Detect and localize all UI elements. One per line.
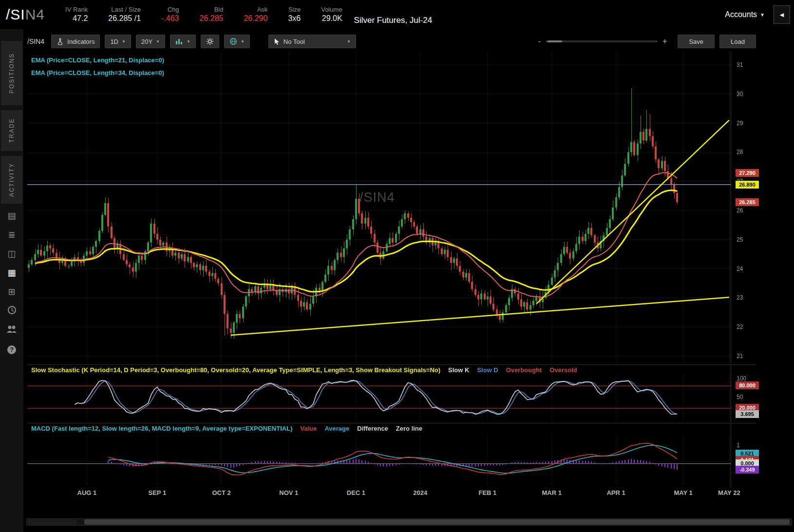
timeframe-dropdown[interactable]: 1D ▼ <box>105 35 131 48</box>
accounts-label: Accounts <box>725 10 757 19</box>
sidebar-tab-activity[interactable]: ACTIVITY <box>1 156 22 204</box>
watchlist-icon[interactable]: ≣ <box>6 229 18 240</box>
activity-tab-label: ACTIVITY <box>8 163 15 197</box>
x-axis-label: AUG 1 <box>77 489 97 496</box>
chart-panel: /SIN4 Indicators 1D ▼ 20Y ▼ ▼ <box>23 29 794 532</box>
zoom-slider-thumb[interactable] <box>548 40 562 42</box>
price-axis-badge: 26.285 <box>736 198 759 206</box>
ema34-study-label: EMA (Price=CLOSE, Length=34, Displace=0) <box>31 69 164 76</box>
zoom-in-button[interactable]: + <box>662 37 667 46</box>
positions-tab-label: POSITIONS <box>8 53 15 93</box>
symbol-suffix: N4 <box>25 6 45 22</box>
sidebar-tab-trade[interactable]: TRADE <box>1 110 22 151</box>
iv-rank-field: IV Rank 47.2 <box>65 6 88 23</box>
community-people-icon[interactable] <box>6 324 18 335</box>
drawing-tool-dropdown[interactable]: No Tool ▼ <box>268 35 356 48</box>
x-axis-label: MAR 1 <box>542 489 561 496</box>
chevron-down-icon: ▼ <box>347 39 351 44</box>
price-axis-badge: 27.290 <box>736 169 759 177</box>
size-value: 3x6 <box>288 14 301 23</box>
zoom-out-button[interactable]: - <box>538 37 541 46</box>
symbol-logo: /SIN4 <box>6 6 45 23</box>
globe-view-dropdown[interactable]: ▼ <box>224 35 250 48</box>
stochastic-axis-badge: 80.000 <box>736 381 759 389</box>
sidebar-tab-positions[interactable]: POSITIONS <box>1 41 22 105</box>
collapse-panel-button[interactable]: ◀ <box>774 5 790 24</box>
stochastic-study-label: Slow Stochastic (K Period=14, D Period=3… <box>31 366 577 374</box>
monitor-icon[interactable]: ▤ <box>6 210 18 221</box>
bid-label: Bid <box>214 6 224 14</box>
range-dropdown[interactable]: 20Y ▼ <box>136 35 165 48</box>
x-axis-label: OCT 2 <box>212 489 231 496</box>
save-button[interactable]: Save <box>678 35 715 48</box>
timeframe-value: 1D <box>110 38 118 45</box>
chart-settings-button[interactable] <box>201 35 219 48</box>
symbol-watermark: /SIN4 <box>359 190 395 205</box>
load-button[interactable]: Load <box>719 35 756 48</box>
iv-rank-value: 47.2 <box>73 14 88 23</box>
range-value: 20Y <box>141 38 152 45</box>
stochastic-axis-badge: 3.695 <box>736 410 759 418</box>
legend-macd-zeroline: Zero line <box>396 425 422 432</box>
accounts-menu[interactable]: Accounts ▼ <box>725 10 765 19</box>
chart-symbol-label: /SIN4 <box>27 38 44 45</box>
price-axis-badge: 26.890 <box>736 181 759 189</box>
stochastic-params-text: Slow Stochastic (K Period=14, D Period=3… <box>31 366 440 374</box>
last-size-label: Last / Size <box>111 6 141 14</box>
zoom-control: - + <box>538 37 667 46</box>
macd-params-text: MACD (Fast length=12, Slow length=26, MA… <box>31 425 292 432</box>
trade-tab-label: TRADE <box>8 118 15 143</box>
legend-slow-k: Slow K <box>448 366 469 374</box>
volume-field: Volume 29.0K <box>321 6 342 23</box>
indicators-button[interactable]: Indicators <box>51 35 100 48</box>
x-axis-label: FEB 1 <box>478 489 496 496</box>
charts-icon[interactable]: ▦ <box>6 267 18 278</box>
chevron-down-icon: ▼ <box>122 39 126 44</box>
history-clock-icon[interactable] <box>6 305 18 316</box>
chevron-down-icon: ▼ <box>760 12 765 18</box>
load-button-label: Load <box>731 38 745 45</box>
x-axis-label: APR 1 <box>606 489 625 496</box>
macd-study-label: MACD (Fast length=12, Slow length=26, MA… <box>31 425 422 432</box>
legend-macd-value: Value <box>300 425 317 432</box>
chart-type-dropdown[interactable]: ▼ <box>170 35 196 48</box>
zoom-slider-track[interactable] <box>546 40 658 42</box>
scrollbar-track-left[interactable] <box>28 519 76 525</box>
gear-icon <box>206 38 214 45</box>
x-axis-label: SEP 1 <box>149 489 167 496</box>
chg-field: Chg -.463 <box>161 6 179 23</box>
trade-grid-icon[interactable]: ◫ <box>6 248 18 259</box>
trading-platform-window: /SIN4 IV Rank 47.2 Last / Size 26.285 /1… <box>0 0 794 532</box>
x-axis: AUG 1SEP 1OCT 2NOV 1DEC 12024FEB 1MAR 1A… <box>27 489 731 498</box>
indicators-button-label: Indicators <box>67 38 95 45</box>
cursor-icon <box>274 38 280 45</box>
left-sidebar: POSITIONS TRADE ACTIVITY ▤ ≣ ◫ ▦ ⊞ ? <box>0 29 23 532</box>
legend-overbought: Overbought <box>506 366 542 374</box>
last-size-value: 26.285 /1 <box>108 14 141 23</box>
apps-grid-icon[interactable]: ⊞ <box>6 286 18 297</box>
ask-label: Ask <box>257 6 268 14</box>
bid-field: Bid 26.285 <box>200 6 224 23</box>
x-axis-label: DEC 1 <box>347 489 365 496</box>
chart-toolbar: /SIN4 Indicators 1D ▼ 20Y ▼ ▼ <box>27 33 756 50</box>
x-axis-label: MAY 22 <box>718 489 740 496</box>
legend-oversold: Oversold <box>549 366 577 374</box>
x-axis-label: 2024 <box>413 489 427 496</box>
bar-chart-icon <box>175 38 183 45</box>
legend-macd-average: Average <box>324 425 349 432</box>
save-button-label: Save <box>689 38 703 45</box>
price-chart-canvas[interactable] <box>27 52 756 363</box>
scrollbar-thumb[interactable] <box>84 519 790 525</box>
chart-scrollbar[interactable] <box>26 518 792 526</box>
globe-icon <box>229 38 237 45</box>
help-icon[interactable]: ? <box>6 343 18 354</box>
chg-label: Chg <box>168 6 179 14</box>
size-label: Size <box>288 6 301 14</box>
macd-chart-canvas[interactable] <box>27 423 756 488</box>
size-field: Size 3x6 <box>288 6 301 23</box>
bid-value: 26.285 <box>200 14 224 23</box>
ema21-study-label: EMA (Price=CLOSE, Length=21, Displace=0) <box>31 57 164 64</box>
sidebar-icon-stack: ▤ ≣ ◫ ▦ ⊞ ? <box>0 210 23 354</box>
legend-slow-d: Slow D <box>477 366 498 374</box>
quote-header: /SIN4 IV Rank 47.2 Last / Size 26.285 /1… <box>0 0 794 29</box>
